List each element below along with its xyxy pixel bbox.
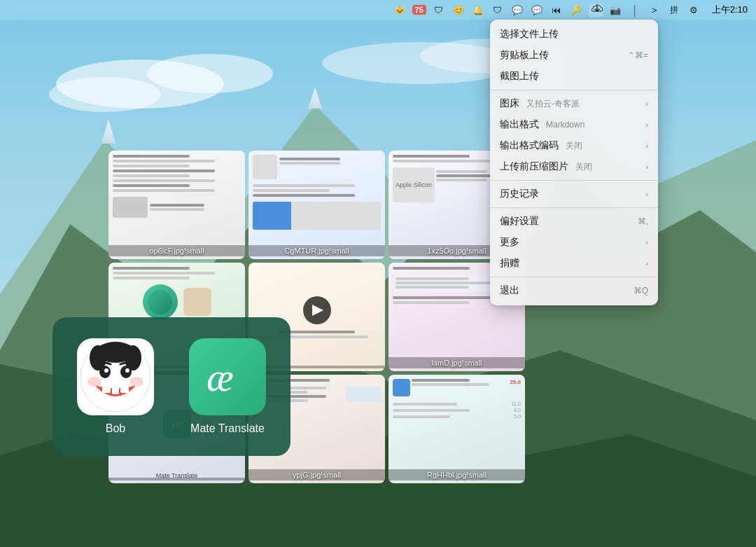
menu-item-compress[interactable]: 上传前压缩图片 关闭 › <box>490 156 658 177</box>
menu-item-select-upload[interactable]: 选择文件上传 <box>490 24 658 45</box>
thumbnail-9-label: RgHHbl.jpg!small <box>388 469 525 480</box>
menu-item-donate-arrow: › <box>645 259 648 268</box>
menu-separator-3 <box>490 207 658 208</box>
menu-item-donate[interactable]: 捐赠 › <box>490 253 658 274</box>
thumbnail-9[interactable]: 25.0 12.0 8.0 5.0 RgHHbl.jpg!small <box>388 375 525 483</box>
svg-text:æ: æ <box>206 354 234 400</box>
menu-item-quit-label: 退出 <box>500 284 519 297</box>
menu-item-clipboard-label: 剪贴板上传 <box>500 49 549 62</box>
menu-item-donate-label: 捐赠 <box>500 257 519 270</box>
menubar-icon-cat[interactable]: 🐱 <box>393 5 407 15</box>
app-item-mate-translate-label: Mate Translate <box>190 422 265 435</box>
menubar-separator: | <box>628 3 642 18</box>
menu-item-screenshot-label: 截图上传 <box>500 70 539 83</box>
menu-item-more-label: 更多 <box>500 236 519 249</box>
menu-item-clipboard-upload[interactable]: 剪贴板上传 ⌃⌘= <box>490 45 658 66</box>
menubar-icon-shield2[interactable]: 🛡 <box>491 5 505 15</box>
menu-item-history-label: 历史记录 <box>500 188 539 200</box>
menu-item-output-encoding-sublabel: 关闭 <box>566 140 582 152</box>
menu-item-screenshot-upload[interactable]: 截图上传 <box>490 66 658 87</box>
svg-point-20 <box>125 368 130 373</box>
svg-rect-21 <box>102 386 111 393</box>
menu-item-compress-arrow: › <box>645 162 648 171</box>
app-switcher: Bob æ Mate Translate <box>52 317 290 456</box>
menu-item-preferences-shortcut: ⌘, <box>638 216 648 226</box>
menu-item-more[interactable]: 更多 › <box>490 232 658 253</box>
menubar-icon-emoji[interactable]: 😊 <box>451 5 465 15</box>
menubar-icon-key[interactable]: 🔑 <box>569 5 583 15</box>
svg-point-2 <box>147 54 273 93</box>
menubar-icons: 🐱 75 🛡 😊 🔔 🛡 💬 💬 ⏮ 🔑 📷 | > 拼 ⚙ 上午2:10 <box>393 3 748 18</box>
thumbnail-2-label: CgMTUR.jpg!small <box>248 245 385 256</box>
menu-item-compress-sublabel: 关闭 <box>575 161 592 173</box>
menubar: 🐱 75 🛡 😊 🔔 🛡 💬 💬 ⏮ 🔑 📷 | > 拼 ⚙ 上午2:10 <box>0 0 756 20</box>
svg-rect-22 <box>112 386 119 394</box>
menubar-icon-cloud-upload[interactable] <box>589 4 603 17</box>
thumbnail-1[interactable]: op6lcF.jpg!small <box>108 151 245 259</box>
thumbnail-2[interactable]: CgMTUR.jpg!small <box>248 151 385 259</box>
menubar-icon-wechat1[interactable]: 💬 <box>510 5 524 15</box>
menubar-icon-pin[interactable]: 拼 <box>667 4 681 16</box>
menubar-icon-replay[interactable]: ⏮ <box>550 5 564 15</box>
menu-item-image-bed-arrow: › <box>645 99 648 108</box>
svg-point-19 <box>104 368 108 373</box>
menubar-time: 上午2:10 <box>712 4 748 16</box>
menu-item-output-encoding-arrow: › <box>645 141 648 150</box>
svg-rect-23 <box>120 386 129 393</box>
menubar-icon-75[interactable]: 75 <box>412 5 426 15</box>
dropdown-menu: 选择文件上传 剪贴板上传 ⌃⌘= 截图上传 图床 又拍云-奇客派 › 输出格式 … <box>490 20 658 305</box>
menu-item-quit[interactable]: 退出 ⌘Q <box>490 280 658 301</box>
app-item-bob[interactable]: Bob <box>77 338 154 435</box>
menubar-icon-camera[interactable]: 📷 <box>608 5 622 15</box>
menu-separator-1 <box>490 90 658 90</box>
menubar-chevron-right[interactable]: > <box>648 5 662 15</box>
menubar-icon-shield[interactable]: 🛡 <box>432 5 446 15</box>
menu-item-image-bed-sublabel: 又拍云-奇客派 <box>526 98 580 110</box>
menu-item-select-upload-label: 选择文件上传 <box>500 28 559 41</box>
thumbnail-7-label <box>108 478 245 480</box>
menu-item-output-encoding[interactable]: 输出格式编码 关闭 › <box>490 135 658 156</box>
menu-separator-2 <box>490 180 658 181</box>
menu-item-image-bed[interactable]: 图床 又拍云-奇客派 › <box>490 93 658 114</box>
svg-point-3 <box>49 77 161 112</box>
svg-point-24 <box>88 377 102 387</box>
app-item-bob-label: Bob <box>106 422 125 435</box>
menubar-icon-wechat2[interactable]: 💬 <box>530 5 544 15</box>
menu-item-quit-shortcut: ⌘Q <box>634 286 648 296</box>
menu-item-history-arrow: › <box>645 190 648 198</box>
menu-item-preferences-label: 偏好设置 <box>500 215 539 228</box>
menu-item-output-encoding-label: 输出格式编码 <box>500 139 559 152</box>
menu-item-compress-label: 上传前压缩图片 <box>500 160 568 173</box>
menu-separator-4 <box>490 277 658 277</box>
menubar-icon-bell[interactable]: 🔔 <box>471 5 485 15</box>
app-item-mate-translate[interactable]: æ Mate Translate <box>189 338 266 435</box>
thumbnail-6-label: lamD.jpg!small <box>388 357 525 368</box>
menu-item-history[interactable]: 历史记录 › <box>490 184 658 205</box>
bob-icon <box>77 338 154 415</box>
thumbnail-8-label: ypjG.jpg!small <box>248 469 385 480</box>
mate-translate-icon: æ <box>189 338 266 415</box>
menu-item-output-format[interactable]: 输出格式 Markdown › <box>490 114 658 135</box>
svg-point-25 <box>130 377 144 387</box>
menu-item-clipboard-shortcut: ⌃⌘= <box>628 50 648 60</box>
menu-item-output-format-label: 输出格式 <box>500 118 539 131</box>
thumbnail-1-label: op6lcF.jpg!small <box>108 245 245 256</box>
menu-item-output-format-arrow: › <box>645 120 648 129</box>
menu-item-output-format-sublabel: Markdown <box>546 120 584 130</box>
menu-item-image-bed-label: 图床 <box>500 97 519 110</box>
menubar-icon-gear[interactable]: ⚙ <box>687 5 701 15</box>
menu-item-more-arrow: › <box>645 238 648 247</box>
menu-item-preferences[interactable]: 偏好设置 ⌘, <box>490 211 658 232</box>
